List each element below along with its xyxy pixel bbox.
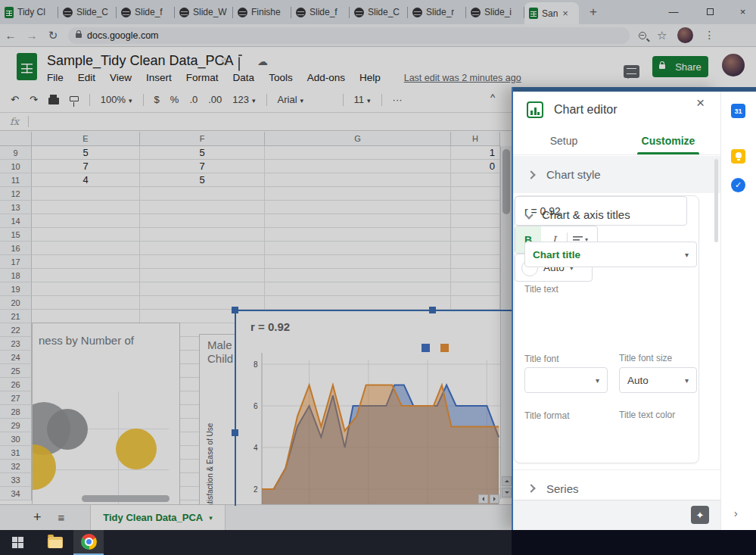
page-zoom-icon[interactable] — [639, 32, 646, 39]
more-toolbar-button[interactable]: ··· — [393, 94, 403, 105]
browser-tab[interactable]: Slide_C — [58, 0, 117, 24]
keep-icon[interactable] — [731, 149, 745, 164]
cell-F14[interactable] — [140, 214, 265, 228]
undo-icon[interactable]: ↶ — [11, 94, 19, 105]
row-header-17[interactable]: 17 — [0, 255, 32, 269]
cell-F18[interactable] — [140, 269, 265, 282]
panel-scrollbar-thumb[interactable] — [714, 159, 718, 242]
section-chart-style[interactable]: Chart style — [512, 156, 720, 193]
row-header-29[interactable]: 29 — [0, 419, 32, 432]
cell-G15[interactable] — [265, 228, 451, 242]
font-size-select[interactable]: 11 — [354, 94, 371, 105]
browser-tab[interactable]: Slide_i — [466, 0, 524, 24]
window-close-button[interactable]: × — [730, 0, 756, 23]
close-icon[interactable]: × — [696, 95, 705, 111]
menu-data[interactable]: Data — [233, 72, 255, 83]
sheet-tab-active[interactable]: Tidy Clean Data_PCA ▾ — [90, 505, 226, 531]
format-currency-button[interactable]: $ — [154, 94, 160, 105]
cell-E15[interactable] — [32, 228, 140, 242]
sheets-logo-icon[interactable] — [17, 53, 37, 80]
row-header-27[interactable]: 27 — [0, 391, 32, 405]
redo-icon[interactable]: ↷ — [30, 94, 38, 105]
cell-E13[interactable] — [32, 201, 140, 214]
row-header-24[interactable]: 24 — [0, 351, 32, 364]
menu-file[interactable]: File — [47, 72, 64, 83]
row-header-15[interactable]: 15 — [0, 228, 32, 242]
row-header-11[interactable]: 11 — [0, 173, 32, 187]
comment-history-icon[interactable] — [624, 65, 639, 78]
cell-F10[interactable]: 7 — [140, 160, 265, 173]
menu-view[interactable]: View — [110, 72, 132, 83]
scroll-right-button[interactable] — [490, 494, 499, 504]
cell-E19[interactable] — [32, 282, 140, 296]
last-edit-link[interactable]: Last edit was 2 minutes ago — [404, 73, 521, 83]
row-header-14[interactable]: 14 — [0, 214, 32, 228]
cell-E11[interactable]: 4 — [32, 173, 140, 187]
forward-icon[interactable]: → — [21, 29, 42, 42]
cell-G10[interactable] — [265, 160, 451, 173]
browser-menu-icon[interactable]: ⋮ — [704, 33, 707, 37]
cell-H10[interactable]: 0 — [451, 160, 500, 173]
cell-H11[interactable] — [451, 173, 500, 187]
cell-G16[interactable] — [265, 242, 451, 255]
sheet-tab-menu-arrow[interactable]: ▾ — [209, 514, 213, 522]
url-bar[interactable]: docs.google.com — [68, 27, 630, 44]
menu-format[interactable]: Format — [186, 72, 219, 83]
cell-E9[interactable]: 5 — [32, 146, 140, 160]
cell-H16[interactable] — [451, 242, 500, 255]
bookmark-star-icon[interactable]: ☆ — [657, 29, 667, 42]
document-title[interactable]: Sample_Tidy Clean Data_PCA — [47, 53, 233, 69]
spreadsheet-grid[interactable]: EFGH 95511077011451213141516171819202122… — [0, 131, 512, 506]
start-button-icon[interactable] — [12, 537, 23, 548]
cell-F9[interactable]: 5 — [140, 146, 265, 160]
browser-tab[interactable]: Tidy Cl — [0, 0, 58, 24]
cell-H13[interactable] — [451, 201, 500, 214]
window-minimize-button[interactable]: — — [657, 0, 690, 23]
cell-H17[interactable] — [451, 255, 500, 269]
row-header-31[interactable]: 31 — [0, 446, 32, 460]
cell-H18[interactable] — [451, 269, 500, 282]
vertical-scrollbar[interactable] — [500, 146, 512, 499]
row-header-21[interactable]: 21 — [0, 310, 32, 323]
browser-tab[interactable]: Slide_W — [175, 0, 233, 24]
scroll-up-button[interactable] — [502, 476, 512, 486]
tasks-icon[interactable]: ✓ — [731, 178, 745, 192]
cell-F12[interactable] — [140, 187, 265, 201]
column-header-H[interactable]: H — [451, 132, 500, 146]
selected-area-chart-card[interactable]: r = 0.92 024685101520 — [235, 310, 512, 506]
row-header-22[interactable]: 22 — [0, 323, 32, 337]
cell-H15[interactable] — [451, 228, 500, 242]
row-header-32[interactable]: 32 — [0, 460, 32, 473]
addon-sparkle-icon[interactable]: ✦ — [691, 506, 709, 524]
title-font-select[interactable]: ▾ — [524, 367, 608, 393]
cell-H19[interactable] — [451, 282, 500, 296]
browser-profile-avatar[interactable] — [677, 27, 693, 43]
print-icon[interactable] — [48, 98, 59, 104]
row-header-33[interactable]: 33 — [0, 473, 32, 487]
browser-tab[interactable]: Finishe — [233, 0, 291, 24]
all-sheets-icon[interactable]: ≡ — [58, 511, 65, 524]
cell-E17[interactable] — [32, 255, 140, 269]
account-avatar[interactable] — [722, 54, 745, 76]
cell-E10[interactable]: 7 — [32, 160, 140, 173]
row-header-28[interactable]: 28 — [0, 405, 32, 419]
cell-E21[interactable] — [32, 310, 140, 323]
cell-G11[interactable] — [265, 173, 451, 187]
cell-H14[interactable] — [451, 214, 500, 228]
row-header-12[interactable]: 12 — [0, 187, 32, 201]
cell-G14[interactable] — [265, 214, 451, 228]
bubble-chart-card[interactable]: ness by Number of 15 — [32, 323, 180, 506]
title-font-size-select[interactable]: Auto ▾ — [619, 367, 697, 393]
tab-setup[interactable]: Setup — [512, 126, 616, 154]
tab-customize[interactable]: Customize — [616, 126, 720, 154]
row-header-9[interactable]: 9 — [0, 146, 32, 160]
menu-add-ons[interactable]: Add-ons — [307, 72, 345, 83]
add-sheet-button[interactable]: + — [33, 510, 42, 525]
browser-tab[interactable]: Slide_f — [291, 0, 350, 24]
increase-decimal-button[interactable]: .00 — [208, 94, 222, 105]
cell-F16[interactable] — [140, 242, 265, 255]
cell-F17[interactable] — [140, 255, 265, 269]
back-icon[interactable]: ← — [0, 29, 21, 42]
browser-tab[interactable]: Slide_r — [408, 0, 466, 24]
vertical-scrollbar-thumb[interactable] — [502, 149, 510, 214]
